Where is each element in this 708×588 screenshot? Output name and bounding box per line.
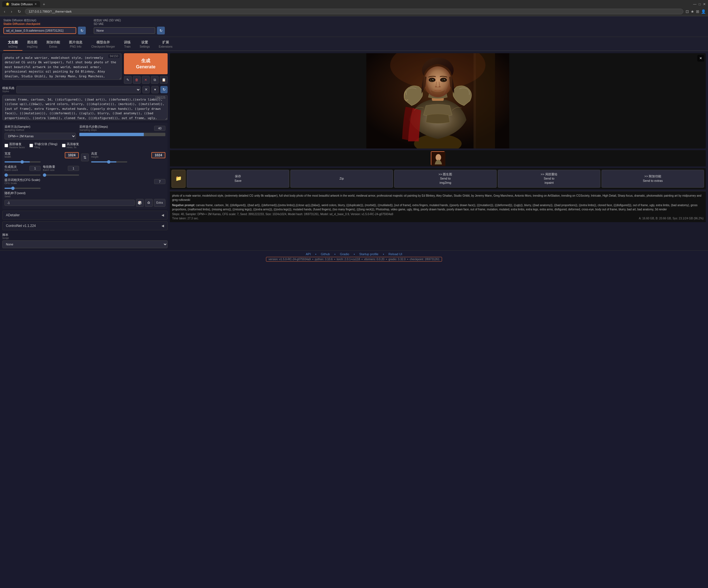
edit-prompt-btn[interactable]: ✎ [124,76,132,84]
tab-close-btn[interactable]: ✕ [34,2,37,6]
time-taken: Time taken: 27.3 sec. [172,217,199,220]
reload-btn[interactable]: ↻ [16,9,23,14]
tab-extras[interactable]: 附加功能 Extras [42,39,64,51]
new-tab-button[interactable]: + [41,1,47,7]
cfg-scale-slider[interactable] [4,188,41,189]
negative-prompt[interactable]: canvas frame, cartoon, 3d, ((disfigured)… [2,95,168,120]
seed-label: 随机种子(seed) Seed [4,191,165,198]
negative-info: canvas frame, cartoon, 3d, ((disfigured)… [172,204,697,211]
adetailer-section[interactable]: ADetailer ◀ [2,211,168,220]
copy-prompt-btn[interactable]: ⧉ [151,76,159,84]
restore-faces-checkbox[interactable]: 面部修复 Restore faces [4,142,25,149]
steps-label: 采样迭代步数(Steps) Sampling steps [79,125,108,132]
styles-select[interactable] [16,86,141,93]
batch-size-slider[interactable] [43,175,79,176]
back-btn[interactable]: ‹ [2,9,7,14]
image-display: ✕ [170,53,706,149]
main-nav-tabs: 文生图 txt2img 图生图 img2img 附加功能 Extras 图片信息… [0,37,708,51]
seed-dice-btn[interactable]: 🎲 [136,199,144,207]
batch-count-slider[interactable] [4,175,41,176]
delete-prompt-btn[interactable]: ✕ [142,76,150,84]
send-extras-btn[interactable]: >> 附加功能 Send to extras [601,170,704,188]
controlnet-section[interactable]: ControlNet v1.1.224 ◀ [2,221,168,230]
adetailer-arrow: ◀ [161,213,164,217]
tab-checkpoint-merger[interactable]: 模型合并 Checkpoint Merger [87,39,119,51]
thumbnail-row [170,150,706,166]
model-refresh-btn[interactable]: ↻ [78,27,86,34]
tab-png-info[interactable]: 图片信息 PNG Info [64,39,87,51]
styles-refresh-btn[interactable]: ↻ [160,86,168,93]
image-thumbnail[interactable] [431,151,445,165]
positive-prompt[interactable]: photo of a male warrior, modelshoot styl… [2,53,122,80]
profile-icon[interactable]: 👤 [701,9,706,14]
steps-info: Steps: 40, Sampler: DPM++ 2M Karras, CFG… [172,213,704,216]
screen-cast-icon[interactable]: ⊡ [685,9,689,14]
positive-counter: 94/150 [109,54,119,58]
startup-profile-link[interactable]: Startup profile [359,252,378,256]
url-bar[interactable] [25,9,683,14]
api-link[interactable]: API [306,252,311,256]
width-slider[interactable] [4,161,41,162]
positive-info: photo of a male warrior, modelshoot styl… [172,193,704,202]
tab-txt2img[interactable]: 文生图 txt2img [3,39,23,51]
height-slider[interactable] [91,161,127,162]
save-btn[interactable]: 保存 Save [187,170,289,188]
send-inpaint-btn[interactable]: >> 局部重绘 Send to inpaint [498,170,600,188]
tiling-checkbox[interactable]: 平铺/分块 (Tiling) Tiling [29,142,57,149]
image-info: photo of a male warrior, modelshoot styl… [170,191,706,222]
svg-point-15 [435,86,437,87]
height-value[interactable]: 1024 [151,152,165,158]
tab-favicon: 🌟 [6,2,9,6]
toolbar: ✎ 🗑 ✕ ⧉ 📋 [124,76,168,84]
forward-btn[interactable]: › [9,9,14,14]
width-value[interactable]: 1024 [65,152,79,158]
close-btn[interactable]: ✕ [703,2,706,6]
hires-fix-checkbox[interactable]: 高清修复 Hires. fix [62,142,79,149]
svg-point-12 [443,79,445,81]
extensions-icon[interactable]: ⊞ [696,9,699,14]
zip-btn[interactable]: Zip [290,170,393,188]
folder-btn[interactable]: 📁 [172,170,185,188]
github-link[interactable]: Github [321,252,330,256]
controlnet-arrow: ◀ [161,224,164,228]
vae-label: 模型的 VAE (SD VAE) SD VAE [94,19,165,26]
batch-size-value[interactable]: 1 [68,166,79,171]
seed-recycle-btn[interactable]: ♻ [145,199,153,207]
clear-prompt-btn[interactable]: 🗑 [133,76,141,84]
send-img2img-btn[interactable]: >> 图生图 Send to img2img [394,170,497,188]
tab-settings[interactable]: 设置 Settings [135,39,154,51]
tab-train[interactable]: 训练 Train [119,39,135,51]
styles-dropdown-btn[interactable]: ▾ [151,86,159,93]
svg-point-11 [431,79,434,81]
steps-slider[interactable] [79,133,165,136]
batch-count-value[interactable]: 1 [29,166,41,171]
tab-extensions[interactable]: 扩展 Extensions [154,39,177,51]
paste-prompt-btn[interactable]: 📋 [160,76,168,84]
vae-select[interactable]: None [94,27,155,34]
steps-value[interactable]: 40 [154,126,165,131]
generated-image [170,53,706,149]
script-select[interactable]: None [2,240,168,248]
svg-point-14 [444,79,445,80]
maximize-btn[interactable]: □ [699,2,701,6]
swap-dimensions-btn[interactable]: ⇅ [81,154,89,161]
bookmark-icon[interactable]: ★ [690,9,694,14]
generate-button[interactable]: 生成 Generate [124,53,168,74]
active-tab[interactable]: 🌟 Stable Diffusion ✕ [2,1,40,7]
width-label: 宽度 Width [4,152,11,159]
sampler-select[interactable]: DPM++ 2M Karras [4,133,76,140]
batch-size-label: 每批数量 Batch size [43,165,55,172]
vae-refresh-btn[interactable]: ↻ [157,27,165,34]
styles-clear-btn[interactable]: ✕ [142,86,150,93]
height-label: 高度 Height [91,152,98,159]
gradio-link[interactable]: Gradio [340,252,349,256]
model-select[interactable]: sd_xl_base_0.9.safetensors [1f69731261] [3,27,76,34]
tab-img2img[interactable]: 图生图 img2img [23,39,42,51]
cfg-scale-value[interactable]: 7 [154,179,165,184]
seed-input[interactable]: -1 [4,200,135,206]
svg-point-16 [439,86,441,87]
reload-ui-link[interactable]: Reload UI [388,252,402,256]
script-label: 脚本 Script [2,233,168,240]
minimize-btn[interactable]: — [693,2,697,6]
seed-extra-btn[interactable]: Extra [154,199,165,207]
